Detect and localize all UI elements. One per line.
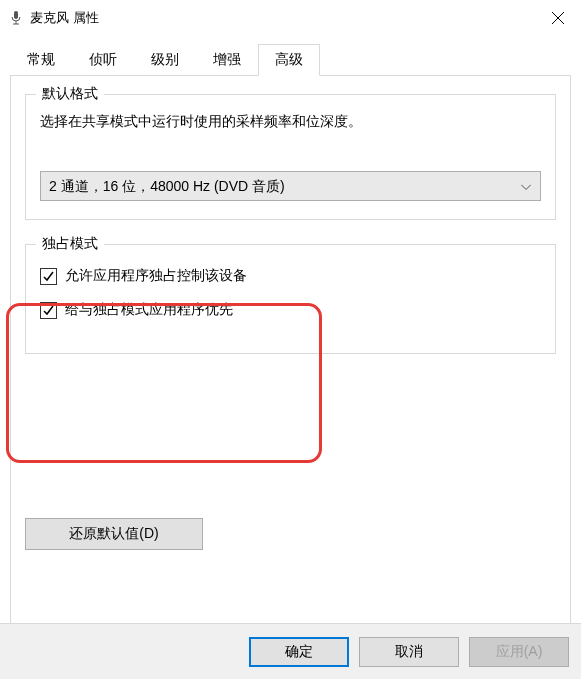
tab-general[interactable]: 常规	[10, 44, 72, 76]
tab-advanced[interactable]: 高级	[258, 44, 320, 76]
ok-button[interactable]: 确定	[249, 637, 349, 667]
titlebar: 麦克风 属性	[0, 0, 581, 36]
default-format-legend: 默认格式	[36, 85, 104, 103]
format-select[interactable]: 2 通道，16 位，48000 Hz (DVD 音质)	[40, 171, 541, 201]
cancel-button[interactable]: 取消	[359, 637, 459, 667]
default-format-group: 默认格式 选择在共享模式中运行时使用的采样频率和位深度。 2 通道，16 位，4…	[25, 94, 556, 220]
tab-levels[interactable]: 级别	[134, 44, 196, 76]
apply-button[interactable]: 应用(A)	[469, 637, 569, 667]
default-format-desc: 选择在共享模式中运行时使用的采样频率和位深度。	[40, 113, 541, 131]
checkbox-label-exclusive-priority[interactable]: 给与独占模式应用程序优先	[65, 301, 233, 319]
checkbox-allow-exclusive[interactable]	[40, 268, 57, 285]
checkbox-row-allow-exclusive: 允许应用程序独占控制该设备	[40, 267, 541, 285]
checkbox-label-allow-exclusive[interactable]: 允许应用程序独占控制该设备	[65, 267, 247, 285]
format-select-wrap: 2 通道，16 位，48000 Hz (DVD 音质)	[40, 171, 541, 201]
checkbox-exclusive-priority[interactable]	[40, 302, 57, 319]
tab-listen[interactable]: 侦听	[72, 44, 134, 76]
check-icon	[42, 304, 55, 317]
microphone-icon	[8, 10, 24, 26]
window-title: 麦克风 属性	[30, 9, 535, 27]
close-icon	[552, 12, 564, 24]
tab-enhancements[interactable]: 增强	[196, 44, 258, 76]
tab-strip: 常规 侦听 级别 增强 高级	[0, 36, 581, 76]
check-icon	[42, 270, 55, 283]
exclusive-mode-legend: 独占模式	[36, 235, 104, 253]
properties-dialog: 麦克风 属性 常规 侦听 级别 增强 高级 默认格式 选择在共享模式中运行时使用…	[0, 0, 581, 679]
checkbox-row-exclusive-priority: 给与独占模式应用程序优先	[40, 301, 541, 319]
restore-defaults-button[interactable]: 还原默认值(D)	[25, 518, 203, 550]
tab-content: 默认格式 选择在共享模式中运行时使用的采样频率和位深度。 2 通道，16 位，4…	[10, 75, 571, 643]
svg-rect-0	[14, 11, 18, 19]
dialog-button-bar: 确定 取消 应用(A)	[0, 623, 581, 679]
close-button[interactable]	[535, 0, 581, 36]
exclusive-mode-group: 独占模式 允许应用程序独占控制该设备 给与独占模式应用程序优先	[25, 244, 556, 354]
